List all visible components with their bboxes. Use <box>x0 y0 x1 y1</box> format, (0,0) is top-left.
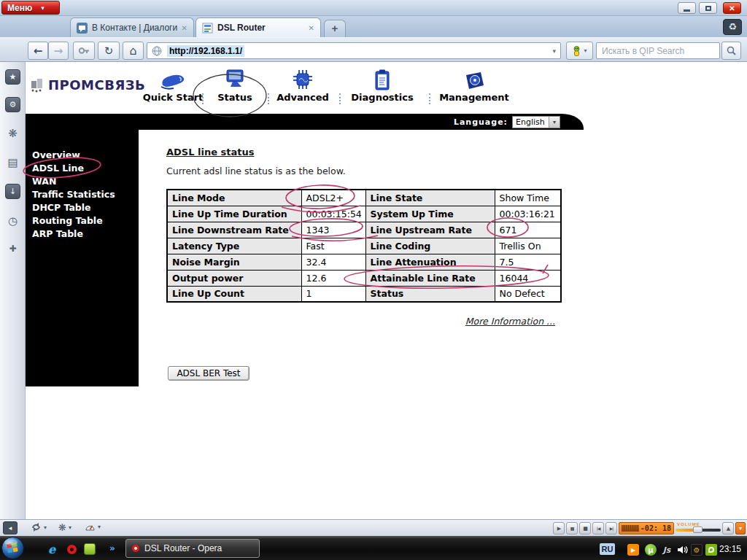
tab-title: В Контакте | Диалоги <box>92 23 177 33</box>
history-panel-button[interactable]: ◷ <box>5 213 20 228</box>
panel-toggle-button[interactable]: ◂ <box>3 521 18 534</box>
sidebar-item-adsl-line[interactable]: ADSL Line <box>32 162 139 175</box>
language-select[interactable]: English ▾ <box>512 116 560 128</box>
pause-button[interactable]: ▮▮ <box>566 522 578 534</box>
media-player-tray-icon[interactable]: ▶ <box>627 544 639 556</box>
chevron-right-icon: » <box>109 543 115 553</box>
taskbar-clock[interactable]: 23:15 <box>719 544 741 554</box>
bookmarks-panel-button[interactable]: ★ <box>5 69 20 85</box>
nav-separator <box>268 93 269 104</box>
volume-slider[interactable]: VOLUME <box>676 522 721 534</box>
address-dropdown-icon[interactable]: ▾ <box>552 47 556 55</box>
sync-status-button[interactable]: ▾ <box>31 522 47 532</box>
sidebar-item-wan[interactable]: WAN <box>32 175 139 188</box>
nvidia-tray-icon[interactable] <box>705 544 717 556</box>
taskbar-task-dsl-router[interactable]: DSL Router - Opera <box>125 539 260 558</box>
close-button[interactable]: ✕ <box>723 2 741 14</box>
turbo-status-button[interactable]: ▾ <box>85 522 101 532</box>
restore-icon <box>705 6 711 11</box>
notes-panel-button[interactable]: ▤ <box>5 155 20 170</box>
table-cell-label: Attainable Line Rate <box>365 270 495 286</box>
language-indicator[interactable]: RU <box>600 543 615 555</box>
sidebar-item-traffic-statistics[interactable]: Traffic Statistics <box>32 188 139 201</box>
adsl-ber-test-button[interactable]: ADSL BER Test <box>168 366 249 381</box>
table-cell-value: 00:03:16:21 <box>495 206 561 222</box>
new-tab-button[interactable]: + <box>324 20 346 37</box>
unite-status-button[interactable]: ❋ ▾ <box>58 522 71 533</box>
minimize-button[interactable] <box>678 2 696 14</box>
taskbar: e » DSL Router - Opera RU ▶ µ Js ⚙ 23:15 <box>0 536 747 560</box>
tab-dsl-router[interactable]: DSL Router ✕ <box>196 18 321 37</box>
wand-password-button[interactable] <box>73 42 95 60</box>
table-cell-label: Status <box>365 286 495 302</box>
logo-mark-icon <box>30 75 44 94</box>
previous-button[interactable]: |◀ <box>592 522 604 534</box>
gauge-icon <box>85 522 96 532</box>
forward-button[interactable]: → <box>48 42 69 60</box>
opera-quicklaunch[interactable] <box>66 543 77 555</box>
fan-icon: ❋ <box>58 522 66 533</box>
search-input[interactable]: Искать в QIP Search <box>596 42 720 59</box>
nav-diagnostics[interactable]: Diagnostics <box>342 67 422 103</box>
minimize-icon <box>684 9 690 12</box>
key-icon <box>78 47 90 55</box>
stop-button[interactable]: ■ <box>579 522 591 534</box>
table-row: Line Up Count 1 Status No Defect <box>167 286 561 302</box>
back-button[interactable]: ← <box>28 42 48 60</box>
volume-thumb[interactable] <box>693 526 703 533</box>
table-row: Output power 12.6 Attainable Line Rate 1… <box>167 270 561 286</box>
deskband-collapse-button[interactable]: ▾ <box>735 522 746 534</box>
nav-separator <box>339 93 341 104</box>
downloads-panel-button[interactable]: ↓ <box>5 184 20 199</box>
qip-quicklaunch[interactable] <box>84 543 96 555</box>
restore-button[interactable] <box>699 2 717 14</box>
reload-icon: ↻ <box>104 44 114 58</box>
reload-button[interactable]: ↻ <box>98 42 120 60</box>
table-cell-value: 1343 <box>301 222 365 238</box>
collapse-icon: ◂ <box>9 524 12 532</box>
jabber-tray-icon[interactable]: Js <box>661 544 673 556</box>
nav-advanced[interactable]: Advanced <box>263 67 343 103</box>
close-tab-icon[interactable]: ✕ <box>309 24 314 32</box>
fan-icon: ❋ <box>8 127 18 140</box>
qip-logo-icon <box>572 45 581 57</box>
table-cell-value: 671 <box>495 222 561 238</box>
tab-vkontakte[interactable]: В Контакте | Диалоги ✕ <box>70 18 194 37</box>
close-icon: ✕ <box>729 4 735 12</box>
table-cell-label: Line Upstream Rate <box>365 222 495 238</box>
close-tab-icon[interactable]: ✕ <box>182 24 187 32</box>
widgets-panel-button[interactable]: ⚙ <box>5 97 20 112</box>
settings-tray-icon[interactable]: ⚙ <box>691 544 703 556</box>
player-lcd-display[interactable]: -02: 18 <box>619 522 674 534</box>
sidebar-item-arp-table[interactable]: ARP Table <box>32 228 139 241</box>
search-go-button[interactable] <box>721 42 741 60</box>
internet-explorer-quicklaunch[interactable]: e <box>45 543 58 555</box>
sidebar-item-dhcp-table[interactable]: DHCP Table <box>32 201 139 214</box>
url-text[interactable]: http://192.168.1.1/ <box>167 45 244 57</box>
sidebar-item-overview[interactable]: Overview <box>32 149 139 162</box>
start-button[interactable] <box>1 537 24 560</box>
table-cell-label: Line Mode <box>167 190 301 206</box>
clock-icon: ◷ <box>8 214 18 228</box>
address-bar[interactable]: http://192.168.1.1/ ▾ <box>147 42 561 59</box>
utorrent-tray-icon[interactable]: µ <box>645 544 657 556</box>
eject-button[interactable]: ▲ <box>722 522 734 534</box>
next-icon: ▶| <box>610 526 614 531</box>
sidebar-item-routing-table[interactable]: Routing Table <box>32 214 139 228</box>
unite-panel-button[interactable]: ❋ <box>5 125 20 141</box>
chip-icon <box>291 69 314 90</box>
closed-tabs-trash-button[interactable]: ♻ <box>723 19 742 35</box>
table-cell-label: Line Downstream Rate <box>167 222 301 238</box>
quicklaunch-overflow-chevron[interactable]: » <box>109 543 115 553</box>
more-information-link[interactable]: More Information ... <box>390 316 555 327</box>
search-engine-button[interactable]: ▾ <box>566 42 593 60</box>
note-icon: ▤ <box>7 156 18 169</box>
next-button[interactable]: ▶| <box>605 522 617 534</box>
volume-tray-icon[interactable] <box>676 544 688 556</box>
add-panel-button[interactable]: ✚ <box>5 241 20 256</box>
home-button[interactable]: ⌂ <box>123 42 144 60</box>
opera-menu-button[interactable]: Меню ▾ <box>1 1 60 15</box>
nav-management[interactable]: Management <box>434 67 514 103</box>
play-button[interactable]: ▶ <box>553 522 565 534</box>
star-icon: ★ <box>9 72 17 82</box>
